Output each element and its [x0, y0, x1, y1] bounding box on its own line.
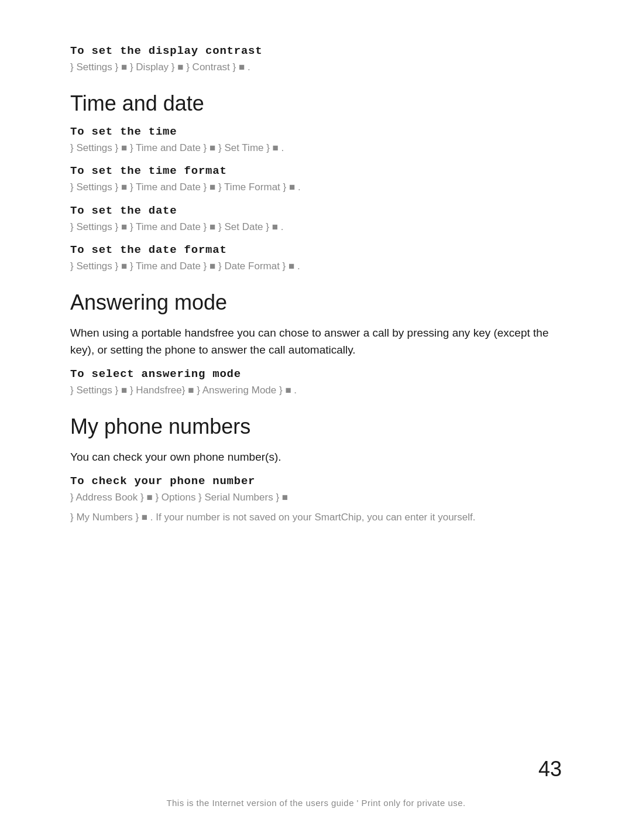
- my-phone-numbers-title: My phone numbers: [70, 414, 562, 439]
- set-date-path: } Settings } ■ } Time and Date } ■ } Set…: [70, 220, 562, 235]
- check-phone-number-path-line2: } My Numbers } ■ . If your number is not…: [70, 510, 562, 525]
- check-phone-number-path-line1: } Address Book } ■ } Options } Serial Nu…: [70, 490, 562, 505]
- display-contrast-heading: To set the display contrast: [70, 44, 562, 57]
- set-time-format-heading: To set the time format: [70, 164, 562, 177]
- answering-mode-body: When using a portable handsfree you can …: [70, 324, 562, 359]
- footer-text: This is the Internet version of the user…: [0, 798, 632, 808]
- set-time-path: } Settings } ■ } Time and Date } ■ } Set…: [70, 140, 562, 156]
- answering-mode-section: Answering mode When using a portable han…: [70, 290, 562, 398]
- time-and-date-title: Time and date: [70, 91, 562, 116]
- set-date-format-path: } Settings } ■ } Time and Date } ■ } Dat…: [70, 259, 562, 274]
- check-phone-number-heading: To check your phone number: [70, 475, 562, 488]
- time-and-date-section: Time and date To set the time } Settings…: [70, 91, 562, 274]
- page-number: 43: [538, 757, 562, 781]
- select-answering-mode-heading: To select answering mode: [70, 368, 562, 380]
- select-answering-mode-path: } Settings } ■ } Handsfree} ■ } Answerin…: [70, 383, 562, 398]
- answering-mode-title: Answering mode: [70, 290, 562, 315]
- my-phone-numbers-section: My phone numbers You can check your own …: [70, 414, 562, 524]
- my-phone-numbers-body: You can check your own phone number(s).: [70, 448, 562, 465]
- set-time-heading: To set the time: [70, 125, 562, 138]
- display-contrast-path: } Settings } ■ } Display } ■ } Contrast …: [70, 60, 562, 75]
- set-date-format-heading: To set the date format: [70, 244, 562, 256]
- display-contrast-section: To set the display contrast } Settings }…: [70, 44, 562, 75]
- set-date-heading: To set the date: [70, 204, 562, 217]
- set-time-format-path: } Settings } ■ } Time and Date } ■ } Tim…: [70, 180, 562, 195]
